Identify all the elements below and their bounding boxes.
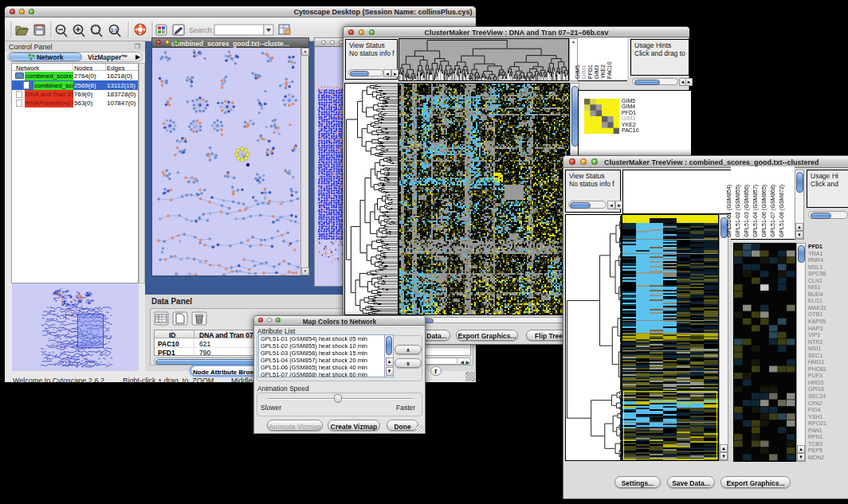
svg-text:Search:: Search: [189,26,214,34]
svg-text:1:1: 1:1 [111,28,118,33]
